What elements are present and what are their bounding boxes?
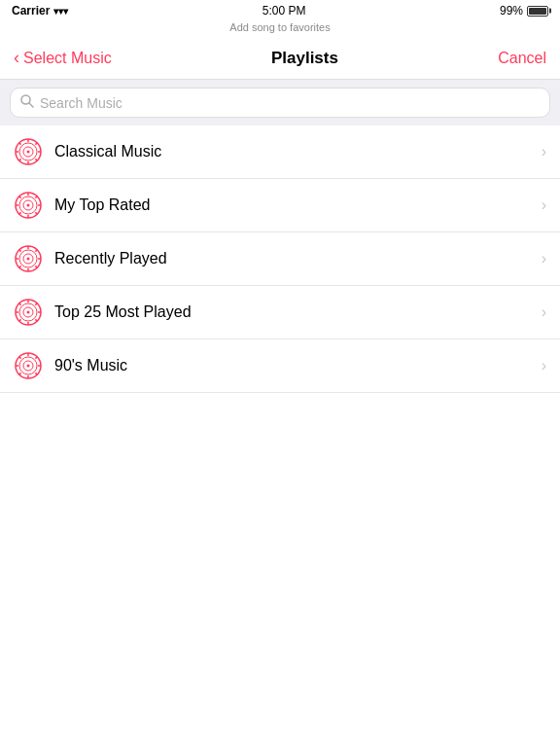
playlist-icon [14, 191, 43, 220]
svg-point-5 [27, 151, 30, 154]
search-container [0, 80, 560, 125]
playlist-icon [14, 137, 43, 166]
svg-point-17 [27, 204, 30, 207]
svg-line-23 [35, 212, 37, 214]
svg-line-37 [19, 266, 21, 267]
playlist-icon [14, 351, 43, 380]
status-time: 5:00 PM [262, 4, 306, 18]
svg-line-61 [19, 373, 21, 374]
playlist-icon [14, 298, 43, 327]
svg-line-35 [35, 266, 37, 267]
battery-icon [527, 6, 548, 17]
svg-line-13 [19, 159, 21, 160]
status-carrier: Carrier ▾▾▾ [12, 4, 68, 18]
svg-line-34 [19, 250, 21, 252]
playlist-label: Classical Music [54, 143, 530, 160]
back-button[interactable]: ‹ Select Music [14, 48, 112, 68]
chevron-right-icon: › [542, 196, 546, 214]
chevron-right-icon: › [542, 303, 546, 321]
chevron-right-icon: › [542, 250, 546, 267]
playlist-label: 90's Music [54, 357, 530, 374]
svg-line-1 [29, 103, 33, 107]
svg-line-11 [35, 159, 37, 160]
svg-line-58 [19, 357, 21, 359]
back-chevron-icon: ‹ [14, 48, 19, 68]
playlist-label: Recently Played [54, 250, 530, 267]
svg-line-49 [19, 319, 21, 321]
svg-line-46 [19, 303, 21, 305]
svg-line-22 [19, 196, 21, 198]
list-item[interactable]: Recently Played › [0, 232, 560, 286]
search-icon [20, 94, 34, 111]
svg-line-36 [35, 250, 37, 252]
list-item[interactable]: 90's Music › [0, 339, 560, 393]
svg-line-25 [19, 212, 21, 214]
playlist-label: Top 25 Most Played [54, 303, 530, 321]
list-item[interactable]: My Top Rated › [0, 179, 560, 232]
svg-point-53 [27, 365, 30, 368]
playlist-icon [14, 244, 43, 273]
status-battery: 99% [500, 4, 548, 18]
svg-line-10 [19, 143, 21, 145]
svg-line-24 [35, 196, 37, 198]
playlist-list: Classical Music › [0, 125, 560, 393]
back-label: Select Music [23, 50, 112, 67]
list-item[interactable]: Classical Music › [0, 125, 560, 179]
cancel-button[interactable]: Cancel [498, 50, 546, 67]
list-item[interactable]: Top 25 Most Played › [0, 286, 560, 339]
svg-line-48 [35, 303, 37, 305]
svg-point-29 [27, 258, 30, 261]
nav-subtitle: Add song to favorites [0, 21, 560, 37]
status-bar: Carrier ▾▾▾ 5:00 PM 99% [0, 0, 560, 21]
nav-bar: ‹ Select Music Playlists Cancel [0, 37, 560, 80]
search-input[interactable] [40, 95, 540, 111]
chevron-right-icon: › [542, 143, 546, 160]
svg-line-12 [35, 143, 37, 145]
chevron-right-icon: › [542, 357, 546, 374]
playlist-label: My Top Rated [54, 196, 530, 214]
svg-line-47 [35, 319, 37, 321]
page-title: Playlists [271, 49, 338, 68]
svg-line-59 [35, 373, 37, 374]
svg-line-60 [35, 357, 37, 359]
svg-point-41 [27, 311, 30, 314]
wifi-icon: ▾▾▾ [53, 6, 68, 17]
search-bar [10, 88, 550, 118]
